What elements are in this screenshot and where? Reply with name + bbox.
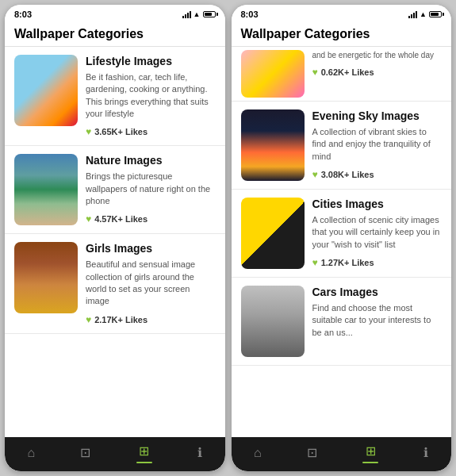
wifi-icon-1: ▲ xyxy=(194,10,201,18)
nav-item-gallery[interactable]: ⊞ xyxy=(362,443,378,463)
home-icon: ⌂ xyxy=(254,446,262,460)
category-thumb-evening xyxy=(241,109,305,181)
scroll-content-1: Lifestyle Images Be it fashion, car, tec… xyxy=(5,47,225,437)
info-icon: ℹ xyxy=(197,445,202,460)
page-title-1: Wallpaper Categories xyxy=(5,21,225,47)
info-icon: ℹ xyxy=(423,445,428,460)
list-item[interactable]: Cities Images A collection of scenic cit… xyxy=(232,190,452,278)
thumbnail-image xyxy=(241,109,305,181)
heart-icon: ♥ xyxy=(312,257,318,268)
gallery-icon: ⊞ xyxy=(139,443,149,459)
bottom-nav-2: ⌂ ⊡ ⊞ ℹ xyxy=(232,437,452,471)
status-bar-1: 8:03 ▲ xyxy=(5,5,225,21)
category-name: Girls Images xyxy=(86,242,216,255)
thumbnail-image xyxy=(241,286,305,357)
category-desc: Be it fashion, car, tech life, gardening… xyxy=(86,71,216,121)
status-time-2: 8:03 xyxy=(241,10,259,19)
category-thumb-nature xyxy=(14,154,78,225)
category-info-cities: Cities Images A collection of scenic cit… xyxy=(312,198,443,268)
status-time-1: 8:03 xyxy=(14,10,32,19)
category-likes: ♥ 3.08K+ Likes xyxy=(312,169,443,180)
likes-count: 0.62K+ Likes xyxy=(321,67,374,77)
heart-icon: ♥ xyxy=(86,213,91,225)
category-thumb-lifestyle xyxy=(14,55,78,126)
heart-icon: ♥ xyxy=(312,169,318,180)
thumbnail-image xyxy=(14,242,78,313)
status-icons-1: ▲ xyxy=(182,10,216,18)
home-icon: ⌂ xyxy=(28,446,36,460)
login-icon: ⊡ xyxy=(80,445,90,460)
category-desc: A collection of vibrant skies to find an… xyxy=(312,126,443,163)
category-desc: Find and choose the most suitable car to… xyxy=(312,302,443,339)
thumbnail-image xyxy=(14,55,78,126)
battery-icon-1 xyxy=(203,11,216,17)
category-info-cars: Cars Images Find and choose the most sui… xyxy=(312,286,443,339)
category-likes: ♥ 4.57K+ Likes xyxy=(86,213,216,225)
category-info-girls: Girls Images Beautiful and sensual image… xyxy=(86,242,216,324)
category-thumb-partial xyxy=(241,50,305,98)
phone-1: 8:03 ▲ Wallpaper Categories xyxy=(5,5,225,471)
nav-item-login[interactable]: ⊡ xyxy=(307,445,317,462)
heart-icon: ♥ xyxy=(86,126,91,137)
likes-count: 3.65K+ Likes xyxy=(94,127,148,136)
nav-item-info[interactable]: ℹ xyxy=(423,445,428,462)
page-title-2: Wallpaper Categories xyxy=(232,21,452,47)
category-desc: Beautiful and sensual image collection o… xyxy=(86,259,216,308)
likes-count: 1.27K+ Likes xyxy=(321,258,374,267)
list-item-partial[interactable]: and be energetic for the whole day ♥ 0.6… xyxy=(232,47,452,102)
category-thumb-cities xyxy=(241,198,305,269)
category-info-nature: Nature Images Brings the picturesque wal… xyxy=(86,154,216,225)
thumbnail-image xyxy=(241,198,305,269)
heart-icon: ♥ xyxy=(312,67,318,78)
category-likes: ♥ 3.65K+ Likes xyxy=(86,126,216,137)
category-desc-partial: and be energetic for the whole day xyxy=(312,50,443,60)
battery-icon-2 xyxy=(429,11,442,17)
category-name: Cars Images xyxy=(312,286,443,299)
bottom-nav-1: ⌂ ⊡ ⊞ ℹ xyxy=(5,437,225,471)
active-indicator xyxy=(362,462,378,463)
likes-count: 4.57K+ Likes xyxy=(94,214,148,224)
category-info-partial: and be energetic for the whole day ♥ 0.6… xyxy=(312,50,443,78)
status-bar-2: 8:03 ▲ xyxy=(232,5,452,21)
list-item[interactable]: Evening Sky Images A collection of vibra… xyxy=(232,102,452,190)
nav-item-login[interactable]: ⊡ xyxy=(80,445,90,462)
category-name: Lifestyle Images xyxy=(86,55,216,68)
category-thumb-cars xyxy=(241,286,305,357)
nav-item-home[interactable]: ⌂ xyxy=(254,446,262,462)
category-likes: ♥ 2.17K+ Likes xyxy=(86,314,216,325)
nav-item-info[interactable]: ℹ xyxy=(197,445,202,462)
wifi-icon-2: ▲ xyxy=(420,10,427,18)
thumbnail-image xyxy=(14,154,78,225)
thumbnail-image xyxy=(241,50,305,98)
phones-container: 8:03 ▲ Wallpaper Categories xyxy=(0,0,456,476)
category-likes: ♥ 1.27K+ Likes xyxy=(312,257,443,268)
category-name: Evening Sky Images xyxy=(312,109,443,123)
nav-item-home[interactable]: ⌂ xyxy=(28,446,36,462)
login-icon: ⊡ xyxy=(307,445,317,460)
gallery-icon: ⊞ xyxy=(366,443,376,459)
likes-count: 2.17K+ Likes xyxy=(94,315,148,324)
category-thumb-girls xyxy=(14,242,78,313)
signal-icon-1 xyxy=(182,11,191,18)
likes-count: 3.08K+ Likes xyxy=(321,170,374,179)
category-desc: Brings the picturesque wallpapers of nat… xyxy=(86,171,216,207)
nav-item-gallery[interactable]: ⊞ xyxy=(136,443,152,463)
category-info-evening: Evening Sky Images A collection of vibra… xyxy=(312,109,443,180)
phone-2: 8:03 ▲ Wallpaper Categories xyxy=(232,5,452,471)
list-item[interactable]: Nature Images Brings the picturesque wal… xyxy=(5,146,225,234)
list-item[interactable]: Cars Images Find and choose the most sui… xyxy=(232,278,452,366)
scroll-content-2: and be energetic for the whole day ♥ 0.6… xyxy=(232,47,452,437)
category-info-lifestyle: Lifestyle Images Be it fashion, car, tec… xyxy=(86,55,216,137)
category-desc: A collection of scenic city images that … xyxy=(312,214,443,251)
signal-icon-2 xyxy=(408,11,417,18)
category-name: Nature Images xyxy=(86,154,216,167)
heart-icon: ♥ xyxy=(86,314,91,325)
list-item[interactable]: Girls Images Beautiful and sensual image… xyxy=(5,234,225,333)
category-name: Cities Images xyxy=(312,198,443,211)
list-item[interactable]: Lifestyle Images Be it fashion, car, tec… xyxy=(5,47,225,146)
active-indicator xyxy=(136,462,152,463)
category-likes-partial: ♥ 0.62K+ Likes xyxy=(312,67,443,78)
status-icons-2: ▲ xyxy=(408,10,442,18)
